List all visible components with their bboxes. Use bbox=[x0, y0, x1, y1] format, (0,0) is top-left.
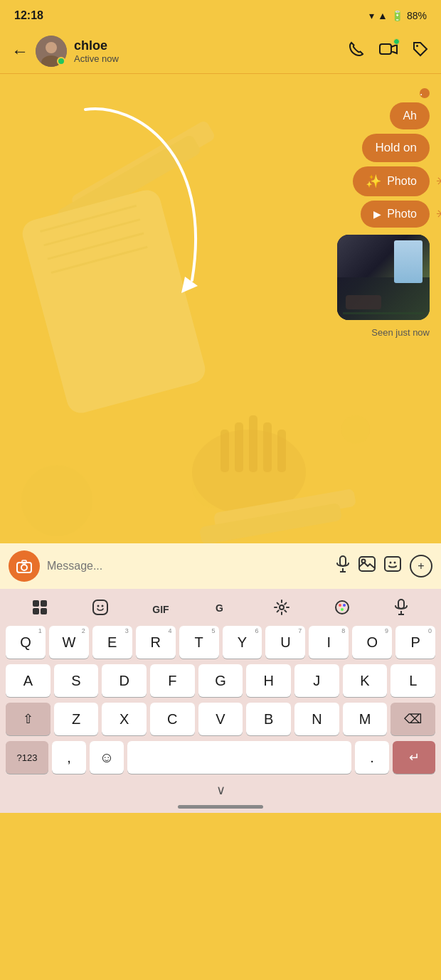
call-button[interactable] bbox=[347, 40, 366, 63]
svg-point-33 bbox=[390, 562, 392, 564]
key-P[interactable]: 0P bbox=[395, 626, 435, 659]
sticker-input-icon[interactable] bbox=[384, 556, 401, 576]
key-G[interactable]: G bbox=[198, 664, 243, 697]
kb-settings-icon[interactable] bbox=[273, 599, 290, 620]
message-bubble-holdon[interactable]: Hold on bbox=[362, 134, 430, 162]
key-C[interactable]: C bbox=[150, 703, 195, 735]
mic-input-icon[interactable] bbox=[336, 555, 350, 577]
bottom-bar bbox=[3, 798, 438, 813]
message-bubble-photo-play[interactable]: ▶ Photo ✳ bbox=[361, 201, 430, 228]
svg-rect-38 bbox=[41, 608, 47, 614]
svg-rect-18 bbox=[249, 415, 257, 472]
key-T[interactable]: 5T bbox=[179, 626, 219, 659]
kb-sticker-icon[interactable] bbox=[92, 599, 109, 620]
keyboard: GIF G bbox=[0, 589, 441, 813]
svg-point-1 bbox=[46, 42, 57, 53]
sparkle-icon: ✨ bbox=[366, 174, 381, 189]
key-F[interactable]: F bbox=[150, 664, 195, 697]
key-B[interactable]: B bbox=[246, 703, 291, 735]
battery-icon: 🔋 bbox=[391, 10, 403, 21]
notification-dot bbox=[393, 38, 400, 45]
plus-icon: + bbox=[418, 560, 424, 572]
key-backspace[interactable]: ⌫ bbox=[390, 703, 435, 735]
key-U[interactable]: 7U bbox=[265, 626, 305, 659]
input-actions: + bbox=[336, 555, 432, 577]
key-num-switch[interactable]: ?123 bbox=[6, 741, 48, 774]
battery-percent: 88% bbox=[407, 10, 427, 21]
key-enter[interactable]: ↵ bbox=[393, 741, 435, 774]
key-Z[interactable]: Z bbox=[54, 703, 99, 735]
arrow-annotation bbox=[28, 95, 242, 323]
key-A[interactable]: A bbox=[6, 664, 51, 697]
svg-point-45 bbox=[339, 604, 341, 607]
svg-rect-20 bbox=[277, 430, 286, 472]
key-N[interactable]: N bbox=[294, 703, 339, 735]
key-K[interactable]: K bbox=[343, 664, 388, 697]
key-Y[interactable]: 6Y bbox=[223, 626, 262, 659]
key-S[interactable]: S bbox=[54, 664, 99, 697]
svg-point-34 bbox=[394, 562, 396, 564]
svg-rect-37 bbox=[33, 608, 39, 614]
kb-voice-icon[interactable] bbox=[393, 599, 409, 620]
key-shift[interactable]: ⇧ bbox=[6, 703, 51, 735]
key-J[interactable]: J bbox=[294, 664, 339, 697]
key-I[interactable]: 8I bbox=[309, 626, 349, 659]
avatar[interactable] bbox=[36, 36, 67, 67]
svg-rect-19 bbox=[263, 422, 272, 472]
kb-apps-icon[interactable] bbox=[31, 599, 48, 620]
status-time: 12:18 bbox=[14, 9, 43, 22]
key-row-4: ?123 , ☺ . ↵ bbox=[6, 741, 435, 774]
key-Q[interactable]: 1Q bbox=[6, 626, 46, 659]
key-R[interactable]: 4R bbox=[136, 626, 176, 659]
kb-translate-icon[interactable]: G bbox=[213, 599, 230, 620]
svg-marker-23 bbox=[181, 277, 198, 293]
key-comma[interactable]: , bbox=[52, 741, 86, 774]
keyboard-toolbar: GIF G bbox=[3, 595, 438, 626]
image-input-icon[interactable] bbox=[358, 556, 376, 576]
key-emoji[interactable]: ☺ bbox=[90, 741, 124, 774]
video-button[interactable] bbox=[378, 40, 398, 63]
status-icons: ▾ ▲ 🔋 88% bbox=[369, 10, 427, 21]
key-row-1: 1Q 2W 3E 4R 5T 6Y 7U 8I 9O 0P bbox=[6, 626, 435, 659]
signal-icon: ▲ bbox=[378, 10, 388, 21]
photo-thumbnail[interactable] bbox=[337, 235, 430, 320]
key-L[interactable]: L bbox=[390, 664, 435, 697]
key-D[interactable]: D bbox=[102, 664, 147, 697]
svg-rect-17 bbox=[235, 422, 243, 472]
status-bar: 12:18 ▾ ▲ 🔋 88% bbox=[0, 0, 441, 28]
key-space[interactable] bbox=[127, 741, 351, 774]
key-X[interactable]: X bbox=[102, 703, 147, 735]
kb-palette-icon[interactable] bbox=[334, 599, 351, 620]
message-bubble-ah[interactable]: Ah bbox=[390, 102, 430, 129]
contact-info: chloe Active now bbox=[74, 38, 347, 64]
key-E[interactable]: 3E bbox=[92, 626, 132, 659]
svg-rect-3 bbox=[380, 44, 391, 54]
svg-point-12 bbox=[21, 465, 92, 536]
svg-point-14 bbox=[341, 415, 370, 444]
svg-point-25 bbox=[21, 565, 27, 570]
play-icon: ▶ bbox=[373, 208, 381, 220]
message-bubble-photo-sparkle[interactable]: ✨ Photo ✳ bbox=[353, 166, 430, 196]
key-H[interactable]: H bbox=[246, 664, 291, 697]
more-options-button[interactable]: + bbox=[410, 555, 432, 577]
message-bubble-dot[interactable]: · bbox=[420, 88, 430, 98]
kb-gif-icon[interactable]: GIF bbox=[152, 604, 169, 615]
svg-rect-35 bbox=[33, 600, 39, 607]
svg-point-43 bbox=[280, 605, 284, 609]
key-W[interactable]: 2W bbox=[49, 626, 89, 659]
message-input[interactable] bbox=[47, 560, 329, 572]
header: ← chloe Active now bbox=[0, 28, 441, 74]
key-M[interactable]: M bbox=[343, 703, 388, 735]
chevron-down-icon[interactable]: ∨ bbox=[216, 782, 225, 798]
header-actions bbox=[347, 40, 430, 63]
svg-point-44 bbox=[336, 601, 349, 614]
back-button[interactable]: ← bbox=[11, 41, 28, 61]
camera-button[interactable] bbox=[9, 550, 40, 582]
key-O[interactable]: 9O bbox=[352, 626, 392, 659]
svg-rect-36 bbox=[41, 600, 47, 607]
svg-rect-48 bbox=[398, 600, 404, 609]
tag-button[interactable] bbox=[411, 40, 430, 63]
key-V[interactable]: V bbox=[198, 703, 243, 735]
seen-status: Seen just now bbox=[371, 327, 430, 338]
key-period[interactable]: . bbox=[355, 741, 389, 774]
